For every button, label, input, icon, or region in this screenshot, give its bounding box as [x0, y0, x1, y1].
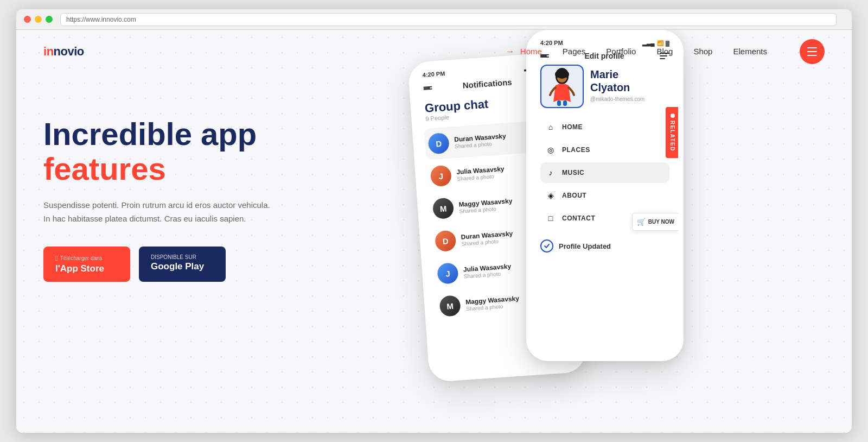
hero-section: Incredible app features Suspendisse pote…	[16, 73, 852, 282]
apple-icon: 	[55, 254, 58, 262]
appstore-main-label: l'App Store	[55, 263, 104, 274]
logo[interactable]: innovio	[43, 45, 84, 59]
browser-window: https://www.innovio.com innovio → Home P…	[16, 9, 852, 433]
appstore-small-label:  Télécharger dans	[55, 254, 103, 262]
nav-item-portfolio[interactable]: Portfolio	[606, 47, 636, 56]
page-content: innovio → Home Pages Portfolio Blog Shop	[16, 30, 852, 433]
cta-buttons:  Télécharger dans l'App Store DISPONIBL…	[43, 247, 270, 282]
browser-dots	[24, 16, 53, 23]
maximize-dot[interactable]	[46, 16, 53, 23]
nav-item-home[interactable]: → Home	[506, 47, 541, 56]
close-dot[interactable]	[24, 16, 31, 23]
nav-link-elements[interactable]: Elements	[733, 47, 767, 56]
minimize-dot[interactable]	[35, 16, 42, 23]
nav-links: → Home Pages Portfolio Blog Shop Element…	[506, 47, 767, 56]
logo-accent: n	[47, 45, 54, 58]
nav-link-home[interactable]: Home	[520, 47, 542, 56]
googleplay-small-label: DISPONIBLE SUR	[151, 254, 196, 260]
url-text: https://www.innovio.com	[66, 16, 136, 23]
nav-link-blog[interactable]: Blog	[656, 47, 673, 56]
hamburger-icon	[807, 47, 817, 56]
hero-title-accent: features	[43, 151, 166, 186]
nav-link-pages[interactable]: Pages	[563, 47, 586, 56]
nav-item-shop[interactable]: Shop	[693, 47, 712, 56]
avatar: M	[439, 295, 461, 317]
navbar: innovio → Home Pages Portfolio Blog Shop	[16, 30, 852, 73]
url-bar[interactable]: https://www.innovio.com	[60, 13, 837, 26]
nav-arrow-icon: →	[506, 47, 514, 56]
hero-text-block: Incredible app features Suspendisse pote…	[43, 95, 270, 282]
hero-description: Suspendisse potenti. Proin rutrum arcu i…	[43, 198, 270, 226]
nav-link-portfolio[interactable]: Portfolio	[606, 47, 636, 56]
googleplay-button[interactable]: DISPONIBLE SUR Google Play	[139, 247, 226, 282]
nav-item-blog[interactable]: Blog	[656, 47, 673, 56]
hero-title: Incredible app features	[43, 117, 270, 186]
hero-title-line1: Incredible app	[43, 116, 257, 151]
browser-titlebar: https://www.innovio.com	[16, 9, 852, 30]
googleplay-main-label: Google Play	[151, 261, 204, 272]
nav-item-elements[interactable]: Elements	[733, 47, 767, 56]
appstore-button[interactable]:  Télécharger dans l'App Store	[43, 247, 130, 282]
nav-item-pages[interactable]: Pages	[563, 47, 586, 56]
hamburger-menu-button[interactable]	[800, 39, 825, 64]
nav-link-shop[interactable]: Shop	[693, 47, 712, 56]
